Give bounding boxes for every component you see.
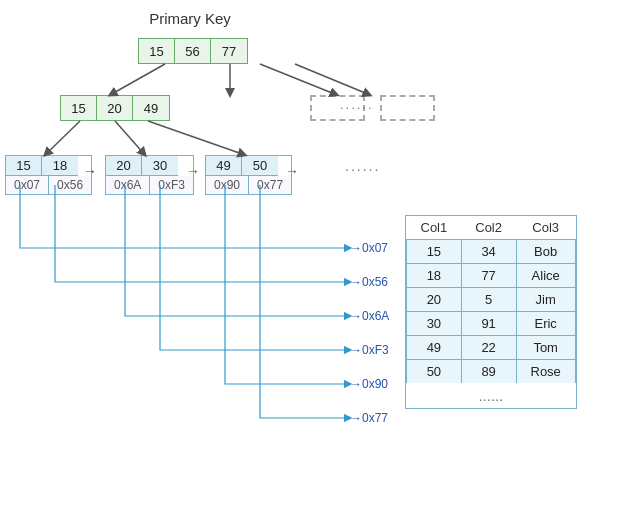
ptr-0x6A: →0x6A [350,309,389,323]
svg-line-0 [110,64,165,95]
table-cell-r1-c1: 77 [461,264,516,288]
leaf2-bot-0: 0x90 [206,176,249,194]
table-row: 1534Bob [407,240,576,264]
table-row: 3091Eric [407,312,576,336]
table-cell-r2-c2: Jim [516,288,575,312]
data-table: Col1 Col2 Col3 1534Bob1877Alice205Jim309… [405,215,577,409]
col-header-1: Col1 [407,216,462,240]
ptr-0x07: →0x07 [350,241,388,255]
table-cell-r4-c2: Tom [516,336,575,360]
page-title: Primary Key [0,10,380,27]
table-cell-r5-c1: 89 [461,360,516,384]
ptr-0x90: →0x90 [350,377,388,391]
col-header-3: Col3 [516,216,575,240]
table-footer: ...... [407,383,576,408]
dashed-box-2 [380,95,435,121]
table-cell-r5-c2: Rose [516,360,575,384]
table-cell-r4-c0: 49 [407,336,462,360]
leaf1-arrow: → [186,163,200,179]
l2-cell-1: 20 [97,96,133,120]
leaf1-top-1: 30 [142,156,178,176]
root-node: 15 56 77 [138,38,248,64]
table-cell-r5-c0: 50 [407,360,462,384]
root-cell-0: 15 [139,39,175,63]
table-row: 5089Rose [407,360,576,384]
table-cell-r4-c1: 22 [461,336,516,360]
ptr-0x77: →0x77 [350,411,388,425]
table-cell-r3-c2: Eric [516,312,575,336]
table-cell-r2-c1: 5 [461,288,516,312]
ptr-0xF3: →0xF3 [350,343,389,357]
leaf2-arrow: → [285,163,299,179]
svg-line-6 [148,121,245,155]
table-cell-r0-c1: 34 [461,240,516,264]
l2-cell-0: 15 [61,96,97,120]
leaf2-top-1: 50 [242,156,278,176]
leaf-node-0: 15 18 0x07 0x56 [5,155,92,195]
table-cell-r0-c0: 15 [407,240,462,264]
svg-line-5 [115,121,145,155]
ellipsis-top-right: ...... [345,158,380,174]
col-header-2: Col2 [461,216,516,240]
svg-line-3 [260,64,337,95]
leaf0-top-1: 18 [42,156,78,176]
svg-line-4 [45,121,80,155]
leaf-node-2: 49 50 0x90 0x77 [205,155,292,195]
l2-cell-2: 49 [133,96,169,120]
level2-node: 15 20 49 [60,95,170,121]
table-cell-r3-c1: 91 [461,312,516,336]
diagram-container: Primary Key 15 56 77 15 20 49 ...... 15 … [0,0,640,515]
table-cell-r1-c0: 18 [407,264,462,288]
leaf0-top-0: 15 [6,156,42,176]
leaf-node-1: 20 30 0x6A 0xF3 [105,155,194,195]
ptr-0x56: →0x56 [350,275,388,289]
table-cell-r1-c2: Alice [516,264,575,288]
table-row: 4922Tom [407,336,576,360]
leaf1-top-0: 20 [106,156,142,176]
ellipsis-dashed: ...... [340,97,374,112]
table-cell-r2-c0: 20 [407,288,462,312]
root-cell-1: 56 [175,39,211,63]
svg-line-2 [295,64,370,95]
table-row: 1877Alice [407,264,576,288]
root-cell-2: 77 [211,39,247,63]
leaf1-bot-0: 0x6A [106,176,150,194]
table-cell-r0-c2: Bob [516,240,575,264]
table-row: 205Jim [407,288,576,312]
leaf2-top-0: 49 [206,156,242,176]
table-cell-r3-c0: 30 [407,312,462,336]
leaf0-arrow: → [83,163,97,179]
leaf0-bot-0: 0x07 [6,176,49,194]
